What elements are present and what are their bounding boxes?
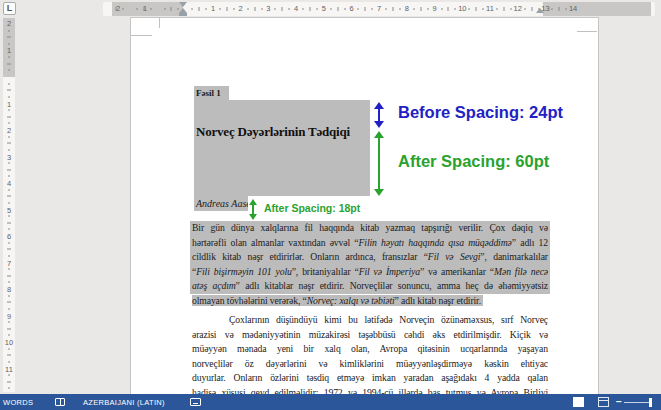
ruler-tick (8, 123, 10, 124)
ruler-number: 4 (7, 180, 11, 188)
ruler-number: 4 (294, 5, 298, 13)
ruler-tick (8, 136, 10, 137)
ruler-tick (8, 282, 10, 283)
text-line: atəş açdım” adlı kitablar nəşr etdirir. … (190, 279, 550, 294)
ruler-number: 12 (514, 5, 522, 13)
ruler-mark (378, 136, 380, 191)
before-spacing-label: Before Spacing: 24pt (398, 103, 563, 122)
ruler-tick (8, 189, 10, 190)
ruler-tick (7, 196, 11, 197)
ruler-mark (374, 102, 384, 109)
text-line: olmayan tövhələrini verərək, “Norveç: xa… (190, 294, 550, 309)
right-indent-marker[interactable] (536, 8, 544, 13)
ruler-number: 10 (5, 339, 13, 347)
ruler-number: 9 (433, 5, 437, 13)
ruler-tick (233, 8, 234, 10)
ruler-tick (8, 96, 10, 97)
ruler-tick (7, 381, 11, 382)
zoom-slider-thumb[interactable] (649, 398, 652, 407)
ruler-tick (199, 7, 200, 11)
ruler-number: 11 (5, 366, 13, 374)
ruler-tick (247, 8, 248, 10)
ruler-tick (261, 8, 262, 10)
document-title[interactable]: Norveç Dəyərlərinin Tədqiqi (196, 124, 350, 140)
ruler-tick (344, 8, 345, 10)
ruler-tick (123, 8, 124, 10)
zoom-slider[interactable] (624, 402, 650, 403)
ruler-tick (8, 57, 10, 58)
ruler-tick (7, 328, 11, 329)
language-status[interactable]: AZERBAIJANI (LATIN) (83, 398, 165, 407)
ruler-tick (7, 222, 11, 223)
ruler-tick (8, 348, 10, 349)
ruler-tick (496, 8, 497, 10)
ruler-tick (503, 7, 504, 11)
ruler-mark (374, 189, 384, 196)
ruler-number: 5 (7, 207, 11, 215)
paragraph-1[interactable]: Bir gün dünya xalqlarına fil haqqında ki… (190, 221, 550, 309)
text-line: hərtərəfli olan almanlar vaxtından əvvəl… (190, 236, 550, 251)
zoom-out-icon[interactable]: − (616, 396, 622, 407)
ruler-tick (7, 116, 11, 117)
keyboard-layout-icon[interactable] (190, 398, 201, 406)
ruler-tick (219, 8, 220, 10)
ruler-tick (143, 7, 144, 11)
document-page[interactable]: Fəsil 1 Norveç Dəyərlərinin Tədqiqi Andr… (131, 18, 598, 394)
ruler-tick (136, 8, 137, 10)
ruler-tick (206, 8, 207, 10)
ruler-number: 6 (349, 5, 353, 13)
ruler-number: 2 (7, 127, 11, 135)
ruler-tick (8, 295, 10, 296)
web-layout-view-icon[interactable] (598, 397, 609, 407)
ruler-tick (8, 202, 10, 203)
ruler-tick (8, 388, 10, 389)
ruler-number: 8 (405, 5, 409, 13)
ruler-mark (249, 214, 257, 220)
status-bar: WORDS AZERBAIJANI (LATIN) − (0, 394, 661, 410)
ruler-tick (226, 7, 227, 11)
ruler-tick (8, 322, 10, 323)
ruler-tick (441, 8, 442, 10)
ruler-tick (7, 143, 11, 144)
ruler-tick (8, 149, 10, 150)
ruler-tick (8, 269, 10, 270)
word-count-status[interactable]: WORDS (3, 398, 33, 407)
ruler-tick (7, 63, 11, 64)
ruler-tick (171, 7, 172, 11)
text-line: cildlik kitab nəşr etdirirlər. Onların a… (190, 250, 550, 265)
ruler-tick (303, 8, 304, 10)
first-line-indent-marker[interactable] (179, 2, 187, 7)
ruler-number: 7 (7, 260, 11, 268)
ruler-number: 14 (569, 5, 577, 13)
ruler-mark (249, 199, 257, 205)
ruler-number: 9 (7, 313, 11, 321)
ruler-tick (254, 7, 255, 11)
ruler-tick (8, 375, 10, 376)
ruler-number: 1 (211, 5, 215, 13)
paragraph-2[interactable]: Çoxlarının düşündüyü kimi bu lətifədə No… (190, 313, 550, 394)
author-name[interactable]: Andreas Aase (194, 196, 253, 211)
ruler-tick (7, 90, 11, 91)
ruler-tick (427, 8, 428, 10)
horizontal-ruler[interactable]: 211234567891011121314 (103, 2, 655, 16)
ruler-tick (420, 7, 421, 11)
tab-selector[interactable]: L (3, 2, 16, 15)
ruler-tick (393, 7, 394, 11)
after-spacing-18-label: After Spacing: 18pt (264, 202, 360, 214)
print-layout-view-icon[interactable] (573, 397, 584, 407)
ruler-number: 6 (7, 233, 11, 241)
ruler-tick (7, 37, 11, 38)
vertical-ruler[interactable]: 211234567891011 (3, 18, 15, 392)
chapter-label[interactable]: Fəsil 1 (194, 86, 229, 100)
ruler-tick (275, 8, 276, 10)
text-line: duyurlar. Onların özlərini təsdiq etməyə… (190, 371, 550, 386)
ruler-mark (374, 131, 384, 138)
before-spacing-arrow (374, 102, 384, 128)
ruler-tick (150, 8, 151, 10)
ruler-number: 3 (266, 5, 270, 13)
left-indent-marker[interactable] (179, 13, 187, 16)
after-spacing-18-callout: After Spacing: 18pt (248, 196, 412, 222)
ruler-tick (7, 302, 11, 303)
ruler-tick (469, 8, 470, 10)
proofing-status-icon[interactable] (55, 398, 65, 406)
